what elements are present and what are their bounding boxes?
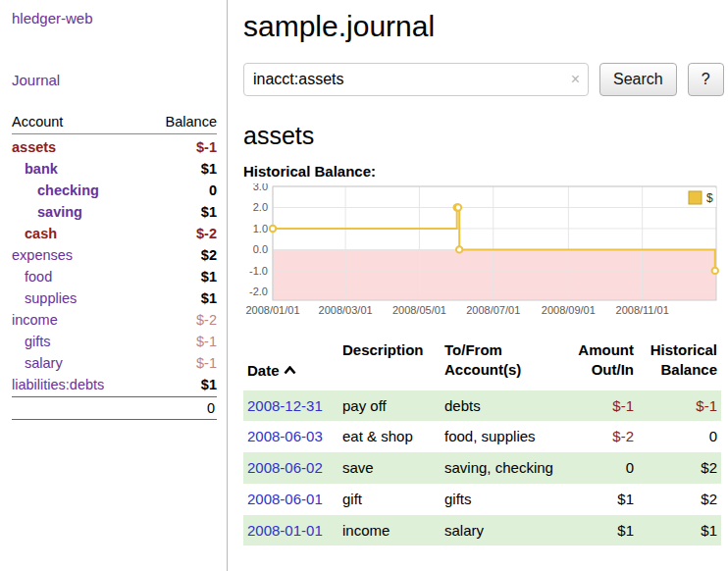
transaction-accounts: food, supplies — [441, 421, 559, 452]
account-balance: $1 — [201, 269, 217, 285]
transaction-date-link[interactable]: 2008-06-01 — [243, 484, 338, 515]
account-link[interactable]: liabilities:debts — [12, 377, 104, 392]
clear-search-icon[interactable]: × — [571, 72, 580, 87]
legend-swatch — [689, 191, 702, 204]
accounts-header-account: Account — [12, 114, 63, 130]
account-link[interactable]: food — [12, 269, 52, 285]
transaction-description: save — [338, 452, 441, 484]
historical-balance-chart: $3.02.01.00.0-1.0-2.02008/01/012008/03/0… — [243, 183, 721, 321]
svg-text:2008/03/01: 2008/03/01 — [319, 304, 373, 316]
page-title: sample.journal — [243, 10, 722, 43]
account-balance: $1 — [201, 377, 217, 392]
transaction-amount: $1 — [559, 484, 638, 515]
register-table: Date Description To/From Account(s) Amou… — [243, 338, 721, 545]
account-row: cash$-2 — [12, 223, 217, 244]
search-box: × — [243, 63, 589, 96]
svg-text:0.0: 0.0 — [253, 243, 268, 255]
account-balance: $-1 — [196, 139, 217, 155]
account-row: bank$1 — [12, 158, 217, 180]
account-row: food$1 — [12, 266, 217, 287]
svg-text:2008/01/01: 2008/01/01 — [245, 304, 299, 316]
transaction-description: gift — [338, 484, 441, 515]
account-balance: $1 — [201, 161, 217, 177]
account-link[interactable]: saving — [12, 204, 82, 220]
sort-ascending-icon — [284, 360, 296, 380]
transaction-balance: $1 — [638, 515, 721, 546]
account-link[interactable]: expenses — [12, 247, 73, 263]
transaction-amount: $-1 — [559, 390, 638, 422]
transaction-row[interactable]: 2008-06-03eat & shopfood, supplies$-20 — [243, 421, 721, 452]
transaction-accounts: gifts — [441, 484, 559, 515]
account-balance: $1 — [201, 290, 217, 306]
account-row: expenses$2 — [12, 244, 217, 266]
help-button[interactable]: ? — [688, 63, 724, 96]
register-header-row: Date Description To/From Account(s) Amou… — [243, 338, 721, 390]
svg-text:-1.0: -1.0 — [249, 265, 268, 277]
account-balance: $-2 — [196, 312, 217, 328]
account-balance: $2 — [201, 247, 217, 263]
transaction-date-link[interactable]: 2008-12-31 — [243, 390, 338, 422]
legend-label: $ — [706, 191, 713, 205]
account-balance: 0 — [209, 182, 217, 198]
account-link[interactable]: gifts — [12, 334, 51, 349]
account-link[interactable]: cash — [12, 226, 57, 241]
transaction-amount: 0 — [559, 452, 638, 484]
account-link[interactable]: checking — [12, 182, 99, 198]
transaction-description: income — [338, 515, 441, 546]
transaction-row[interactable]: 2008-01-01incomesalary$1$1 — [243, 515, 721, 546]
sidebar-item-journal[interactable]: Journal — [12, 72, 60, 88]
account-link[interactable]: salary — [12, 355, 63, 371]
account-row: gifts$-1 — [12, 331, 217, 352]
transaction-date-link[interactable]: 2008-06-03 — [243, 421, 338, 452]
account-row: checking0 — [12, 180, 217, 201]
account-row: saving$1 — [12, 201, 217, 223]
accounts-total-value: 0 — [207, 400, 215, 416]
chart-title: Historical Balance: — [243, 163, 722, 180]
column-header-balance: Historical Balance — [638, 338, 721, 390]
main-content: sample.journal × Search ? assets Histori… — [229, 0, 728, 571]
accounts-total-row: 0 — [12, 396, 217, 420]
transaction-row[interactable]: 2008-06-01giftgifts$1$2 — [243, 484, 721, 515]
search-row: × Search ? — [243, 63, 722, 96]
transaction-balance: 0 — [638, 421, 721, 452]
column-header-date[interactable]: Date — [243, 338, 338, 390]
accounts-table-header: Account Balance — [12, 114, 217, 134]
accounts-header-balance: Balance — [166, 114, 217, 130]
transaction-accounts: debts — [441, 390, 559, 422]
brand-link[interactable]: hledger-web — [12, 10, 93, 26]
svg-text:2008/09/01: 2008/09/01 — [542, 304, 596, 316]
svg-text:2008/11/01: 2008/11/01 — [616, 304, 669, 316]
transaction-balance: $2 — [638, 452, 721, 484]
account-link[interactable]: bank — [12, 161, 58, 177]
transaction-row[interactable]: 2008-12-31pay offdebts$-1$-1 — [243, 390, 721, 422]
search-input[interactable] — [243, 63, 589, 96]
account-balance: $-1 — [196, 355, 217, 371]
account-balance: $1 — [201, 204, 217, 220]
svg-text:2008/05/01: 2008/05/01 — [392, 304, 446, 316]
column-header-description: Description — [338, 338, 441, 390]
date-header-label: Date — [247, 362, 280, 379]
account-row: liabilities:debts$1 — [12, 374, 217, 395]
transaction-accounts: saving, checking — [441, 452, 559, 484]
transaction-description: eat & shop — [338, 421, 441, 452]
transaction-accounts: salary — [441, 515, 559, 546]
transaction-row[interactable]: 2008-06-02savesaving, checking0$2 — [243, 452, 721, 484]
account-link[interactable]: income — [12, 312, 58, 328]
svg-text:3.0: 3.0 — [253, 183, 268, 192]
transaction-date-link[interactable]: 2008-01-01 — [243, 515, 338, 546]
search-button[interactable]: Search — [599, 63, 677, 96]
account-link[interactable]: supplies — [12, 290, 77, 306]
transaction-balance: $-1 — [638, 390, 721, 422]
account-row: salary$-1 — [12, 352, 217, 374]
account-row: assets$-1 — [12, 136, 217, 158]
account-link[interactable]: assets — [12, 139, 56, 155]
transaction-amount: $1 — [559, 515, 638, 546]
account-row: income$-2 — [12, 309, 217, 331]
accounts-list: assets$-1bank$1checking0saving$1cash$-2e… — [12, 136, 217, 395]
sidebar: hledger-web Journal Account Balance asse… — [0, 0, 228, 571]
balance-chart-svg: $3.02.01.00.0-1.0-2.02008/01/012008/03/0… — [243, 183, 721, 320]
svg-text:1.0: 1.0 — [253, 223, 268, 234]
transaction-date-link[interactable]: 2008-06-02 — [243, 452, 338, 484]
column-header-amount: Amount Out/In — [559, 338, 638, 390]
column-header-accounts: To/From Account(s) — [441, 338, 559, 390]
